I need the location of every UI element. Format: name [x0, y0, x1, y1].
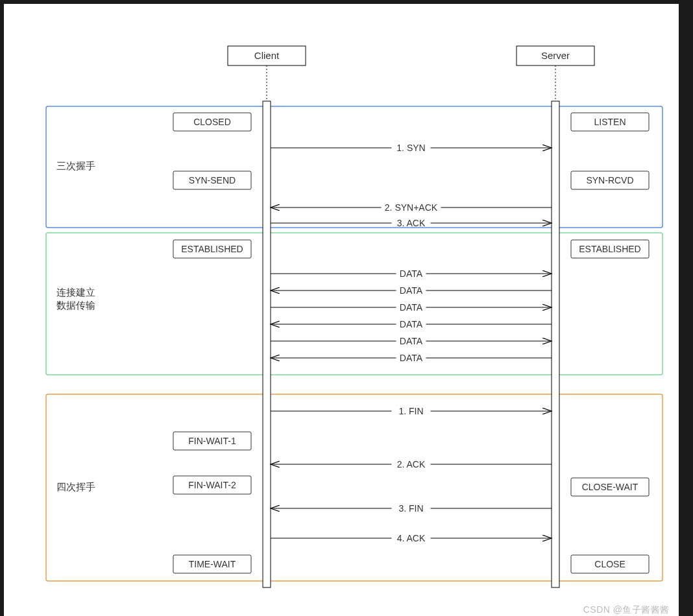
state-label: LISTEN [594, 117, 626, 127]
message-label: DATA [400, 319, 423, 329]
state-label: FIN-WAIT-1 [188, 436, 236, 446]
message-label: DATA [400, 285, 423, 296]
message-label: 1. SYN [396, 143, 425, 153]
message-label: 2. ACK [397, 459, 426, 469]
section-frame-wave [46, 394, 663, 581]
client-activation-bar [263, 101, 271, 587]
state-label: SYN-RCVD [586, 175, 633, 185]
message-label: 3. FIN [398, 503, 423, 514]
sequence-diagram: 三次握手连接建立数据传输四次挥手ClientServerCLOSEDSYN-SE… [10, 10, 672, 594]
message-label: DATA [400, 302, 423, 313]
section-label-data: 数据传输 [56, 300, 95, 311]
message-label: 2. SYN+ACK [385, 202, 438, 213]
message-label: DATA [400, 336, 423, 346]
section-label-data: 连接建立 [56, 287, 95, 298]
state-label: ESTABLISHED [181, 244, 243, 254]
server-activation-bar [552, 101, 559, 587]
state-label: TIME-WAIT [189, 559, 236, 569]
message-label: 3. ACK [397, 218, 426, 228]
diagram-page: 三次握手连接建立数据传输四次挥手ClientServerCLOSEDSYN-SE… [4, 4, 679, 616]
message-label: DATA [400, 268, 423, 279]
state-label: CLOSE [594, 559, 625, 569]
state-label: ESTABLISHED [579, 244, 640, 254]
state-label: CLOSED [193, 117, 231, 127]
message-label: DATA [400, 353, 423, 363]
state-label: SYN-SEND [189, 175, 236, 185]
client-header-label: Client [254, 50, 280, 61]
message-label: 4. ACK [397, 533, 426, 543]
state-label: CLOSE-WAIT [582, 482, 638, 492]
section-label-wave: 四次挥手 [56, 481, 95, 492]
state-label: FIN-WAIT-2 [188, 480, 236, 490]
section-label-handshake: 三次握手 [56, 160, 95, 171]
section-frame-data [46, 233, 663, 375]
section-frame-handshake [46, 106, 663, 228]
message-label: 1. FIN [398, 406, 423, 416]
watermark-text: CSDN @鱼子酱酱酱 [583, 604, 670, 615]
server-header-label: Server [541, 50, 570, 61]
watermark: CSDN @鱼子酱酱酱 [583, 604, 670, 616]
